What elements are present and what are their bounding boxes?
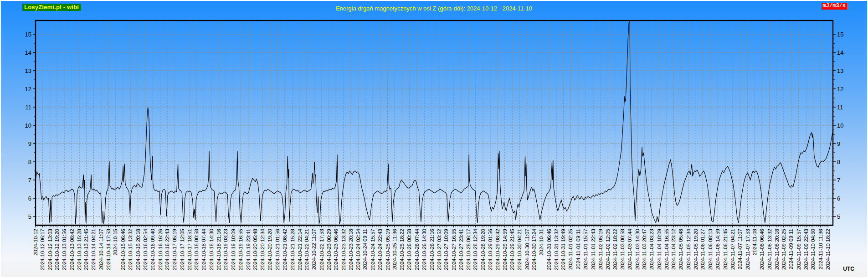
svg-text:2024-11-08 06:46: 2024-11-08 06:46	[759, 229, 765, 270]
svg-text:2024-11-06 21:45: 2024-11-06 21:45	[723, 229, 728, 270]
svg-text:2024-10-17 05:19: 2024-10-17 05:19	[172, 229, 177, 270]
svg-text:8: 8	[28, 159, 31, 165]
svg-text:2024-10-23 06:46: 2024-10-23 06:46	[333, 229, 339, 270]
svg-text:2024-10-27 03:52: 2024-10-27 03:52	[437, 229, 442, 270]
svg-text:2024-10-30 11:07: 2024-10-30 11:07	[524, 229, 530, 270]
svg-text:2024-10-18 00:58: 2024-10-18 00:58	[194, 229, 199, 270]
svg-text:2024-11-10 18:22: 2024-11-10 18:22	[825, 229, 831, 270]
svg-text:2024-11-10 11:36: 2024-11-10 11:36	[818, 229, 823, 269]
plot-frame	[36, 21, 833, 225]
chart-canvas: LosyZiemi.pl - wibi Energia drgań magnet…	[0, 0, 868, 278]
chart-svg: 55667788991010111112121313141415152024-1…	[1, 1, 868, 278]
svg-text:2024-11-01 15:57: 2024-11-01 15:57	[583, 229, 588, 270]
svg-text:2024-11-04 10:09: 2024-11-04 10:09	[657, 229, 662, 270]
svg-text:2024-10-29 01:56: 2024-10-29 01:56	[488, 229, 493, 270]
svg-text:2024-10-31: 2024-10-31	[539, 229, 544, 256]
svg-text:2024-10-13 01:56: 2024-10-13 01:56	[62, 229, 67, 270]
svg-text:2024-10-20 05:48: 2024-10-20 05:48	[252, 229, 258, 270]
magnetic-energy-plot: 55667788991010111112121313141415152024-1…	[1, 1, 868, 278]
svg-text:2024-10-13 15:28: 2024-10-13 15:28	[77, 229, 82, 270]
svg-text:2024-10-17 12:05: 2024-10-17 12:05	[180, 229, 185, 270]
svg-text:2024-10-26 21:16: 2024-10-26 21:16	[429, 229, 435, 270]
svg-text:11: 11	[26, 104, 32, 111]
svg-text:2024-10-21 01:56: 2024-10-21 01:56	[275, 229, 280, 270]
svg-text:2024-10-25 05:19: 2024-10-25 05:19	[385, 229, 390, 270]
svg-text:2024-10-15 13:32: 2024-10-15 13:32	[128, 229, 133, 270]
svg-text:2024-10-29 14:59: 2024-10-29 14:59	[502, 229, 508, 270]
svg-text:2024-10-19 23:41: 2024-10-19 23:41	[246, 229, 251, 270]
svg-text:13: 13	[837, 67, 843, 74]
svg-text:2024-10-22 17:53: 2024-10-22 17:53	[319, 229, 324, 270]
svg-text:2024-11-08: 2024-11-08	[752, 229, 757, 255]
svg-text:2024-11-07 04:21: 2024-11-07 04:21	[730, 229, 735, 270]
svg-text:2024-10-20 12:34: 2024-10-20 12:34	[260, 228, 265, 270]
svg-text:12: 12	[25, 86, 31, 93]
svg-text:2024-10-31 13:32: 2024-10-31 13:32	[554, 229, 559, 270]
svg-text:2024-11-06 08:13: 2024-11-06 08:13	[708, 229, 713, 270]
svg-text:2024-10-14 04:21: 2024-10-14 04:21	[91, 229, 96, 270]
svg-text:2024-10-31 06:46: 2024-10-31 06:46	[546, 229, 552, 270]
svg-text:2024-10-19 03:23: 2024-10-19 03:23	[223, 229, 228, 270]
svg-text:15: 15	[25, 31, 31, 38]
svg-text:2024-11-01 22:43: 2024-11-01 22:43	[591, 229, 596, 270]
svg-text:8: 8	[837, 159, 840, 165]
svg-text:2024-10-30 04:21: 2024-10-30 04:21	[517, 229, 522, 270]
svg-text:2024-10-25 11:36: 2024-10-25 11:36	[392, 229, 397, 270]
svg-text:2024-10-24 02:54: 2024-10-24 02:54	[355, 228, 361, 270]
svg-text:2024-10-27 23:41: 2024-10-27 23:41	[458, 229, 464, 270]
svg-text:2024-11-01 09:11: 2024-11-01 09:11	[575, 229, 581, 269]
svg-text:2024-10-15 20:18: 2024-10-15 20:18	[135, 229, 141, 270]
svg-text:2024-10-13 21:45: 2024-10-13 21:45	[83, 229, 89, 270]
svg-text:2024-10-28 06:17: 2024-10-28 06:17	[466, 229, 471, 270]
svg-text:14: 14	[25, 49, 31, 56]
svg-text:2024-11-04 03:23: 2024-11-04 03:23	[649, 229, 654, 270]
svg-text:13: 13	[25, 67, 31, 74]
svg-text:2024-10-17 18:51: 2024-10-17 18:51	[187, 229, 192, 270]
svg-text:2024-10-19 16:55: 2024-10-19 16:55	[238, 229, 243, 270]
svg-text:2024-10-25 18:22: 2024-10-25 18:22	[399, 229, 405, 270]
svg-text:2024-10-21 15:28: 2024-10-21 15:28	[290, 229, 295, 270]
svg-text:2024-10-19 10:09: 2024-10-19 10:09	[231, 229, 236, 270]
timezone-label: UTC	[843, 266, 854, 272]
svg-text:9: 9	[837, 140, 840, 147]
svg-text:2024-11-05 19:20: 2024-11-05 19:20	[693, 229, 699, 270]
svg-text:2024-11-08 20:18: 2024-11-08 20:18	[774, 229, 780, 270]
svg-text:2024-10-23 13:32: 2024-10-23 13:32	[341, 229, 346, 270]
svg-text:5: 5	[837, 213, 840, 220]
svg-text:2024-10-14 11:07: 2024-10-14 11:07	[98, 229, 104, 270]
svg-text:12: 12	[837, 86, 843, 93]
svg-text:2024-10-24 15:57: 2024-10-24 15:57	[370, 229, 375, 270]
svg-text:2024-11-05 05:48: 2024-11-05 05:48	[678, 229, 683, 270]
svg-text:2024-11-03 20:47: 2024-11-03 20:47	[642, 229, 647, 270]
svg-text:2024-10-15: 2024-10-15	[113, 229, 118, 256]
energy-series-line	[36, 21, 833, 224]
svg-text:2024-10-24 09:11: 2024-10-24 09:11	[362, 229, 368, 270]
x-grid-and-labels: 2024-10-122024-10-12 06:172024-10-12 13:…	[33, 21, 831, 270]
svg-text:2024-10-23 00:29: 2024-10-23 00:29	[326, 229, 332, 270]
svg-text:2024-10-26 00:58: 2024-10-26 00:58	[406, 229, 412, 270]
svg-text:2024-10-16 16:26: 2024-10-16 16:26	[158, 229, 163, 270]
svg-text:2024-10-12 19:20: 2024-10-12 19:20	[54, 229, 60, 270]
svg-text:2024-10-21 08:42: 2024-10-21 08:42	[282, 229, 288, 270]
svg-text:2024-10-26 14:30: 2024-10-26 14:30	[421, 229, 427, 270]
svg-text:2024-10-30 17:24: 2024-10-30 17:24	[531, 228, 537, 270]
svg-text:2024-10-22 11:07: 2024-10-22 11:07	[311, 229, 317, 270]
svg-text:2024-11-02 12:05: 2024-11-02 12:05	[605, 229, 611, 270]
svg-text:6: 6	[837, 195, 840, 202]
svg-text:2024-10-16 22:43: 2024-10-16 22:43	[164, 229, 170, 270]
svg-text:2024-10-29 21:45: 2024-10-29 21:45	[509, 229, 515, 270]
svg-text:2024-10-12: 2024-10-12	[33, 229, 38, 256]
svg-text:2024-11-03 14:30: 2024-11-03 14:30	[635, 229, 640, 270]
svg-text:2024-10-27 10:09: 2024-10-27 10:09	[443, 229, 449, 270]
svg-text:2024-10-27 16:55: 2024-10-27 16:55	[451, 229, 457, 270]
svg-text:2024-11-06 01:27: 2024-11-06 01:27	[700, 229, 705, 270]
svg-text:2024-10-14 17:53: 2024-10-14 17:53	[106, 229, 111, 270]
svg-text:2024-10-20 19:20: 2024-10-20 19:20	[267, 229, 272, 270]
svg-text:10: 10	[25, 122, 31, 129]
svg-text:2024-11-09 22:43: 2024-11-09 22:43	[803, 229, 809, 270]
svg-text:2024-10-26 07:44: 2024-10-26 07:44	[414, 228, 420, 270]
y-grid-and-labels: 5566778899101011111212131314141515	[25, 31, 844, 220]
svg-text:2024-11-09 15:57: 2024-11-09 15:57	[796, 229, 801, 270]
svg-text:2024-10-15 06:46: 2024-10-15 06:46	[120, 229, 126, 270]
svg-text:2024-10-23 20:18: 2024-10-23 20:18	[348, 229, 354, 270]
